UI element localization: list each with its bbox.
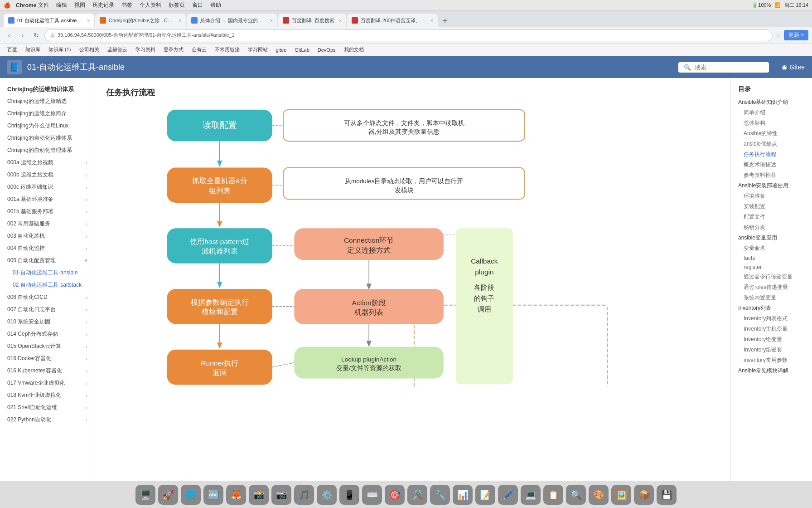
sidebar-item[interactable]: 003 自动化装机›: [0, 230, 95, 242]
bookmark-item[interactable]: 公有云: [188, 45, 210, 55]
sidebar-item[interactable]: 015 OpenStack云计算›: [0, 340, 95, 352]
bookmark-item[interactable]: 不常用链接: [211, 45, 243, 55]
toc-item[interactable]: 安装配置: [731, 201, 812, 212]
tab-close-button[interactable]: ×: [430, 18, 433, 23]
toc-item[interactable]: Ansible基础知识介绍: [731, 97, 812, 107]
dock-icon[interactable]: 📷: [271, 485, 291, 505]
sidebar-item[interactable]: 016 Docker容器化›: [0, 352, 95, 365]
tab-close-button[interactable]: ×: [339, 18, 342, 23]
sidebar-item[interactable]: 000b 运维之旅文档›: [0, 169, 95, 181]
mac-menu-item[interactable]: 帮助: [210, 1, 221, 9]
bookmark-star-icon[interactable]: ☆: [775, 32, 781, 39]
toc-item[interactable]: inventory常用参数: [731, 355, 812, 366]
sidebar-item[interactable]: 017 Vmware企业虚拟化›: [0, 377, 95, 389]
toc-item[interactable]: register: [731, 263, 812, 272]
sidebar-item[interactable]: 006 自动化CICD›: [0, 291, 95, 303]
dock-icon[interactable]: 🔧: [430, 485, 450, 505]
dock-icon[interactable]: 📋: [543, 485, 563, 505]
toc-item[interactable]: 通过roles传递变量: [731, 282, 812, 293]
dock-icon[interactable]: 🔍: [566, 485, 586, 505]
toc-item[interactable]: ansible优缺点: [731, 139, 812, 149]
sidebar-item[interactable]: 018 Kvm企业级虚拟化›: [0, 389, 95, 401]
browser-tab[interactable]: Chrisjing的Ansible之旅 - Chris...×: [95, 14, 186, 27]
mac-menu-item[interactable]: 窗口: [192, 1, 203, 9]
new-tab-button[interactable]: +: [439, 15, 451, 27]
dock-icon[interactable]: 🎨: [589, 485, 609, 505]
bookmark-item[interactable]: 学习资料: [132, 45, 159, 55]
bookmark-item[interactable]: 我的文档: [340, 45, 367, 55]
browser-tab[interactable]: 百度翻译-200种语言互译、沟通...×: [347, 14, 438, 27]
bookmark-item[interactable]: 百度: [4, 45, 21, 55]
dock-icon[interactable]: 🛠️: [407, 485, 427, 505]
forward-button[interactable]: ›: [17, 30, 28, 41]
dock-icon[interactable]: 📊: [453, 485, 473, 505]
toc-item[interactable]: 变量命名: [731, 243, 812, 254]
dock-icon[interactable]: 🖊️: [498, 485, 518, 505]
mac-menu-item[interactable]: 个人资料: [140, 1, 161, 9]
toc-item[interactable]: 通过命令行传递变量: [731, 272, 812, 282]
bookmark-item[interactable]: 公司相关: [76, 45, 103, 55]
mac-menu-item[interactable]: 书签: [121, 1, 132, 9]
address-bar[interactable]: ⚠ 39.106.94.54:50000/005-自动化配置管理/01-自动化运…: [44, 29, 773, 41]
browser-tab[interactable]: 百度翻译_百度搜索×: [278, 14, 346, 27]
back-button[interactable]: ‹: [4, 30, 14, 41]
toc-item[interactable]: facts: [731, 254, 812, 263]
dock-icon[interactable]: ⌨️: [362, 485, 382, 505]
sidebar-item[interactable]: Chrisjing的运维之旅精选: [0, 95, 95, 107]
toc-item[interactable]: 简单介绍: [731, 107, 812, 118]
bookmark-item[interactable]: 学习网站: [244, 45, 271, 55]
sidebar-item[interactable]: 016 Kubernetes容器化›: [0, 365, 95, 377]
update-button[interactable]: 更新 >: [784, 30, 808, 40]
dock-icon[interactable]: ⚙️: [317, 485, 337, 505]
dock-icon[interactable]: 🎯: [385, 485, 405, 505]
toc-item[interactable]: 参考资料推荐: [731, 170, 812, 181]
sidebar-item[interactable]: 01-自动化运维工具-ansible: [0, 267, 95, 279]
dock-icon[interactable]: 🖼️: [611, 485, 631, 505]
sidebar-item[interactable]: 004 自动化监控›: [0, 242, 95, 254]
toc-item[interactable]: 系统内置变量: [731, 293, 812, 303]
browser-tab[interactable]: 01-自动化运维工具-ansible - C...×: [4, 14, 94, 27]
search-input[interactable]: [695, 64, 758, 71]
dock-icon[interactable]: 💻: [521, 485, 541, 505]
toc-item[interactable]: 秘钥分发: [731, 222, 812, 233]
dock-icon[interactable]: 📸: [249, 485, 269, 505]
sidebar-item[interactable]: Chrisjing为什么使用Linux: [0, 120, 95, 132]
sidebar-item[interactable]: 001a 基础环境准备›: [0, 193, 95, 205]
dock-icon[interactable]: 📝: [475, 485, 495, 505]
dock-icon[interactable]: 📦: [634, 485, 654, 505]
toc-item[interactable]: 环境准备: [731, 191, 812, 201]
toc-item[interactable]: 配置文件: [731, 212, 812, 222]
dock-icon[interactable]: 🦊: [226, 485, 246, 505]
bookmark-item[interactable]: 知识库: [22, 45, 44, 55]
dock-icon[interactable]: 🔤: [203, 485, 223, 505]
tab-close-button[interactable]: ×: [270, 18, 273, 23]
sidebar-item[interactable]: 002 常用基础服务›: [0, 218, 95, 230]
toc-item[interactable]: Inventory组变量: [731, 334, 812, 345]
toc-item[interactable]: Inventory列表: [731, 303, 812, 313]
bookmark-item[interactable]: 知识库 (1): [45, 45, 75, 55]
toc-item[interactable]: Inventory主机变量: [731, 324, 812, 334]
bookmark-item[interactable]: DevOps: [314, 45, 339, 55]
toc-item[interactable]: 任务执行流程: [731, 149, 812, 160]
reload-button[interactable]: ↻: [31, 30, 42, 41]
mac-menu-item[interactable]: 编辑: [56, 1, 67, 9]
tab-close-button[interactable]: ×: [87, 18, 90, 23]
sidebar-item[interactable]: 021 Shell自动化运维›: [0, 401, 95, 414]
bookmark-item[interactable]: 蓝鲸智云: [104, 45, 131, 55]
mac-menu-item[interactable]: 历史记录: [92, 1, 114, 9]
tab-close-button[interactable]: ×: [179, 18, 181, 23]
dock-icon[interactable]: 💾: [657, 485, 677, 505]
dock-icon[interactable]: 🚀: [158, 485, 178, 505]
header-search[interactable]: 🔍: [678, 62, 769, 73]
sidebar-item[interactable]: 007 自动化日志平台›: [0, 303, 95, 316]
dock-icon[interactable]: 🎵: [294, 485, 314, 505]
toc-item[interactable]: Ansible常见模块详解: [731, 366, 812, 376]
sidebar-item[interactable]: 000a 运维之旅视频›: [0, 156, 95, 169]
sidebar-item[interactable]: 000c 运维基础知识›: [0, 181, 95, 193]
mac-menu-item[interactable]: 视图: [74, 1, 85, 9]
sidebar-item[interactable]: Chrisjing的自动化管理体系: [0, 144, 95, 156]
toc-item[interactable]: Inventory组嵌套: [731, 345, 812, 355]
toc-item[interactable]: 概念术语描述: [731, 160, 812, 170]
sidebar-item[interactable]: 022 Python自动化›: [0, 414, 95, 426]
toc-item[interactable]: Ansible安装部署使用: [731, 181, 812, 191]
